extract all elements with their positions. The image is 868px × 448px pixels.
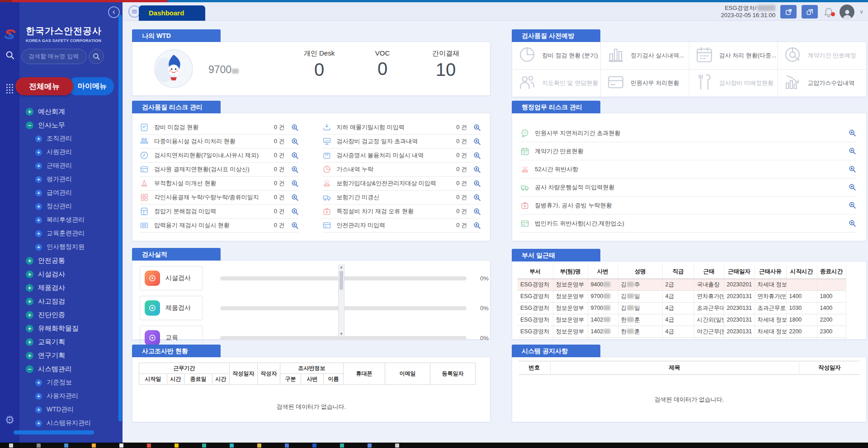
magnifier-icon[interactable] [291, 138, 299, 145]
magnifier-icon[interactable] [291, 194, 299, 201]
chevron-down-icon[interactable]: ∨ [859, 9, 863, 15]
attendance-scrollbar[interactable]: ▲▼ [338, 265, 344, 337]
open-multi-window-button[interactable] [802, 5, 818, 19]
taskbar-icon[interactable] [395, 443, 399, 448]
tab-my-menu[interactable]: 마이메뉴 [68, 77, 114, 95]
magnifier-icon[interactable] [473, 124, 481, 131]
magnifier-icon[interactable] [849, 129, 856, 137]
prevention-cell-0[interactable]: 장비 점검 현황 (분기) [512, 42, 601, 70]
taskbar-icon[interactable] [92, 443, 96, 448]
sidebar-item-안전공통[interactable]: +안전공통 [0, 254, 117, 267]
sidebar-item-근태관리[interactable]: +근태관리 [0, 159, 117, 173]
tab-dashboard[interactable]: Dashboard [139, 5, 205, 21]
magnifier-icon[interactable] [291, 166, 299, 173]
tab-all-menu[interactable]: 전체메뉴 [15, 77, 73, 95]
plus-icon: + [35, 149, 42, 156]
prevention-cell-3[interactable]: 계약기간 만료예정 [778, 42, 866, 70]
sidebar-item-유해화학물질[interactable]: +유해화학물질 [0, 322, 117, 335]
magnifier-icon[interactable] [291, 222, 299, 229]
sidebar-item-복리후생관리[interactable]: +복리후생관리 [0, 213, 117, 227]
magnifier-icon[interactable] [473, 138, 481, 145]
prevention-cell-2[interactable]: 검사 처리 현황(다중... [689, 42, 778, 70]
sidebar-item-WTD관리[interactable]: +WTD관리 [0, 403, 117, 416]
sidebar-horizontal-scrollbar[interactable] [14, 430, 94, 434]
sidebar-item-시스템유지관리[interactable]: +시스템유지관리 [0, 416, 117, 429]
magnifier-icon[interactable] [473, 194, 481, 201]
prevention-cell-5[interactable]: 민원사무 처리현황 [601, 70, 689, 97]
rail-search-icon[interactable] [0, 50, 19, 62]
table-row[interactable]: ESG경영처정보운영부1402한훈4급야간근무(본20230131차세대 정보2… [518, 326, 846, 337]
cell: ESG경영처 [518, 337, 553, 339]
result-category-button[interactable]: 제품검사 [140, 296, 203, 320]
sidebar-item-기준정보[interactable]: +기준정보 [0, 376, 117, 389]
magnifier-icon[interactable] [473, 208, 481, 215]
magnifier-icon[interactable] [291, 152, 299, 159]
magnifier-icon[interactable] [849, 219, 856, 227]
taskbar-icon[interactable] [340, 443, 344, 448]
sidebar-item-교육훈련관리[interactable]: +교육훈련관리 [0, 227, 117, 240]
sidebar-item-진단인증[interactable]: +진단인증 [0, 308, 117, 322]
windows-taskbar[interactable] [0, 443, 868, 448]
sidebar-vertical-scrollbar[interactable] [118, 15, 122, 421]
sidebar-item-예산회계[interactable]: +예산회계 [0, 105, 117, 118]
table-row[interactable]: ESG경영처정보운영부9400김주2급국내출장20230201차세대 정보 [518, 279, 846, 290]
sidebar-item-인사행정지원[interactable]: +인사행정지원 [0, 240, 117, 254]
taskbar-icon[interactable] [312, 443, 316, 448]
privacy-blur [627, 317, 634, 322]
sidebar-item-사원관리[interactable]: +사원관리 [0, 145, 117, 159]
prevention-cell-6[interactable]: 검사장비 미배정현황 [689, 70, 778, 97]
menu-search-button[interactable] [89, 49, 104, 64]
column-subheader: 종료일 [184, 374, 212, 385]
magnifier-icon[interactable] [473, 152, 481, 159]
avatar[interactable] [840, 5, 854, 19]
taskbar-icon[interactable] [119, 443, 123, 448]
taskbar-icon[interactable] [64, 443, 68, 448]
taskbar-icon[interactable] [37, 443, 41, 448]
magnifier-icon[interactable] [473, 222, 481, 229]
siren-icon [520, 164, 530, 174]
prevention-cell-7[interactable]: 고압가스수입내역 [778, 70, 866, 97]
sidebar-item-사고점검[interactable]: +사고점검 [0, 294, 117, 308]
menu-search-input[interactable]: 검색할 메뉴명 입력 [22, 49, 87, 64]
risk-item: 52시간 위반사항 [520, 160, 856, 178]
taskbar-icon[interactable] [147, 443, 151, 448]
taskbar-icon[interactable] [368, 443, 372, 448]
magnifier-icon[interactable] [849, 183, 856, 191]
taskbar-icon[interactable] [257, 443, 261, 448]
sidebar-item-조직관리[interactable]: +조직관리 [0, 132, 117, 145]
taskbar-icon[interactable] [9, 443, 13, 448]
magnifier-icon[interactable] [849, 147, 856, 155]
table-row[interactable]: ESG경영처정보운영부1402한훈4급연차휴가20230202연차휴가 [518, 337, 846, 339]
magnifier-icon[interactable] [291, 180, 299, 187]
sidebar-item-시스템관리[interactable]: −시스템관리 [0, 362, 117, 376]
sidebar-item-인사노무[interactable]: −인사노무 [0, 118, 117, 132]
taskbar-icon[interactable] [202, 443, 206, 448]
table-row[interactable]: ESG경영처정보운영부1402한훈4급시간외(일반20230131차세대 정보1… [518, 314, 846, 326]
result-category-button[interactable]: 시설검사 [140, 266, 203, 290]
sidebar-item-정산관리[interactable]: +정산관리 [0, 200, 117, 213]
sidebar-item-제품검사[interactable]: +제품검사 [0, 281, 117, 294]
cell: 4급 [662, 337, 694, 339]
magnifier-icon[interactable] [291, 208, 299, 215]
prevention-cell-1[interactable]: 정기검사 실시내역... [601, 42, 689, 70]
table-row[interactable]: ESG경영처정보운영부9700김일4급연차휴가(반20230131연차휴가(반1… [518, 290, 846, 302]
open-window-button[interactable] [780, 5, 797, 19]
sidebar-item-급여관리[interactable]: +급여관리 [0, 186, 117, 200]
taskbar-icon[interactable] [230, 443, 234, 448]
sidebar-item-시설검사[interactable]: +시설검사 [0, 267, 117, 281]
taskbar-icon[interactable] [175, 443, 179, 448]
notification-bell-icon[interactable] [823, 6, 835, 18]
table-row[interactable]: ESG경영처정보운영부9700김일4급초과근무대20230131초과근무로103… [518, 302, 846, 314]
magnifier-icon[interactable] [849, 165, 856, 173]
sidebar-item-사용자관리[interactable]: +사용자관리 [0, 389, 117, 403]
magnifier-icon[interactable] [473, 180, 481, 187]
magnifier-icon[interactable] [291, 124, 299, 131]
magnifier-icon[interactable] [473, 166, 481, 173]
prevention-cell-4[interactable]: 지도확인 및 면담현황 [512, 70, 601, 97]
taskbar-icon[interactable] [285, 443, 289, 448]
sidebar-item-label: 인사행정지원 [47, 243, 85, 251]
sidebar-item-교육기획[interactable]: +교육기획 [0, 335, 117, 349]
sidebar-item-평가관리[interactable]: +평가관리 [0, 173, 117, 186]
sidebar-item-연구기획[interactable]: +연구기획 [0, 349, 117, 362]
magnifier-icon[interactable] [849, 201, 856, 209]
